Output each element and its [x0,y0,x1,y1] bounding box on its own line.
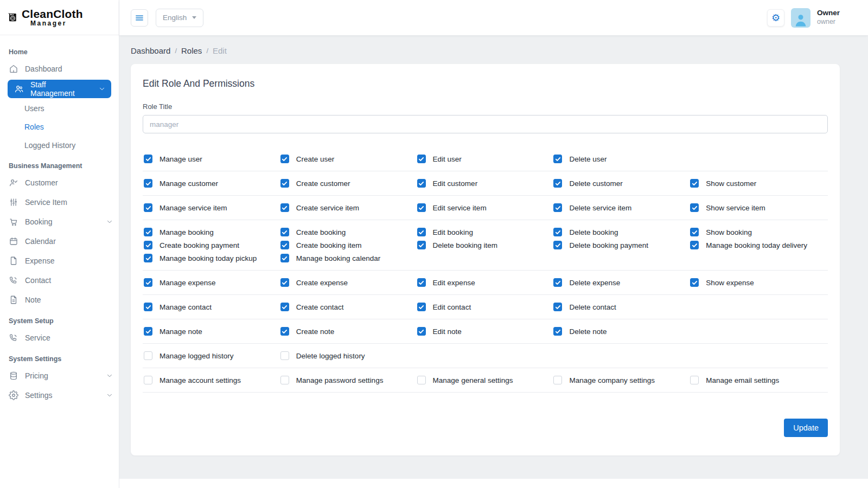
settings-button[interactable]: ⚙ [767,9,784,27]
checked-checkbox[interactable] [280,278,289,287]
permission-item-edit-service-item[interactable]: Edit service item [417,203,554,212]
checked-checkbox[interactable] [144,228,152,236]
sidebar-item-staff-management[interactable]: Staff Management [8,80,111,98]
sidebar-item-calendar[interactable]: Calendar [0,232,119,251]
permission-item-show-expense[interactable]: Show expense [690,278,827,287]
sidebar-item-service-item[interactable]: Service Item [0,192,119,212]
unchecked-checkbox[interactable] [280,351,289,360]
checked-checkbox[interactable] [553,228,562,236]
unchecked-checkbox[interactable] [553,376,562,384]
permission-item-create-service-item[interactable]: Create service item [280,203,417,212]
permission-item-show-booking[interactable]: Show booking [690,228,827,236]
permission-item-delete-note[interactable]: Delete note [553,327,690,336]
checked-checkbox[interactable] [690,278,699,287]
permission-item-create-expense[interactable]: Create expense [280,278,417,287]
sidebar-item-booking[interactable]: Booking [0,212,119,232]
permission-item-delete-booking-payment[interactable]: Delete booking payment [553,241,690,249]
checked-checkbox[interactable] [280,228,289,236]
permission-item-manage-note[interactable]: Manage note [144,327,280,336]
breadcrumb-dashboard[interactable]: Dashboard [131,46,170,55]
checked-checkbox[interactable] [690,203,699,212]
permission-item-manage-expense[interactable]: Manage expense [144,278,280,287]
checked-checkbox[interactable] [690,179,699,188]
checked-checkbox[interactable] [690,228,699,236]
checked-checkbox[interactable] [144,179,152,188]
sidebar-subitem-logged-history[interactable]: Logged History [0,136,119,155]
permission-item-edit-note[interactable]: Edit note [417,327,554,336]
menu-toggle-button[interactable] [131,9,148,27]
sidebar-subitem-roles[interactable]: Roles [0,118,119,136]
permission-item-create-booking-payment[interactable]: Create booking payment [144,241,280,249]
permission-item-manage-logged-history[interactable]: Manage logged history [144,351,280,360]
permission-item-manage-service-item[interactable]: Manage service item [144,203,280,212]
unchecked-checkbox[interactable] [280,376,289,384]
permission-item-manage-booking-today-pickup[interactable]: Manage booking today pickup [144,254,280,262]
permission-item-create-contact[interactable]: Create contact [280,303,417,311]
checked-checkbox[interactable] [280,327,289,336]
unchecked-checkbox[interactable] [417,376,426,384]
permission-item-show-service-item[interactable]: Show service item [690,203,827,212]
checked-checkbox[interactable] [280,254,289,262]
permission-item-create-booking-item[interactable]: Create booking item [280,241,417,249]
role-title-input[interactable] [143,115,828,133]
permission-item-manage-account-settings[interactable]: Manage account settings [144,376,280,384]
checked-checkbox[interactable] [417,241,426,249]
checked-checkbox[interactable] [417,303,426,311]
permission-item-delete-service-item[interactable]: Delete service item [553,203,690,212]
update-button[interactable]: Update [784,419,828,437]
permission-item-edit-booking[interactable]: Edit booking [417,228,554,236]
checked-checkbox[interactable] [144,241,152,249]
sidebar-subitem-users[interactable]: Users [0,99,119,118]
checked-checkbox[interactable] [553,155,562,163]
checked-checkbox[interactable] [280,203,289,212]
permission-item-create-booking[interactable]: Create booking [280,228,417,236]
sidebar-item-note[interactable]: Note [0,290,119,310]
checked-checkbox[interactable] [690,241,699,249]
sidebar-item-contact[interactable]: Contact [0,271,119,290]
permission-item-manage-booking[interactable]: Manage booking [144,228,280,236]
permission-item-manage-contact[interactable]: Manage contact [144,303,280,311]
checked-checkbox[interactable] [417,155,426,163]
permission-item-delete-booking-item[interactable]: Delete booking item [417,241,554,249]
checked-checkbox[interactable] [417,203,426,212]
permission-item-create-customer[interactable]: Create customer [280,179,417,188]
permission-item-edit-customer[interactable]: Edit customer [417,179,554,188]
sidebar-item-dashboard[interactable]: Dashboard [0,59,119,79]
checked-checkbox[interactable] [417,179,426,188]
permission-item-delete-user[interactable]: Delete user [553,155,690,163]
permission-item-manage-email-settings[interactable]: Manage email settings [690,376,827,384]
sidebar-item-service[interactable]: Service [0,328,119,348]
language-dropdown[interactable]: English [156,9,203,27]
breadcrumb-roles[interactable]: Roles [181,46,202,55]
permission-item-manage-general-settings[interactable]: Manage general settings [417,376,554,384]
checked-checkbox[interactable] [144,155,152,163]
permission-item-manage-booking-calendar[interactable]: Manage booking calendar [280,254,417,262]
permission-item-manage-user[interactable]: Manage user [144,155,280,163]
permission-item-manage-password-settings[interactable]: Manage password settings [280,376,417,384]
user-avatar[interactable] [791,8,810,28]
permission-item-edit-contact[interactable]: Edit contact [417,303,554,311]
permission-item-delete-logged-history[interactable]: Delete logged history [280,351,417,360]
checked-checkbox[interactable] [553,241,562,249]
checked-checkbox[interactable] [553,203,562,212]
permission-item-delete-contact[interactable]: Delete contact [553,303,690,311]
permission-item-delete-booking[interactable]: Delete booking [553,228,690,236]
permission-item-manage-company-settings[interactable]: Manage company settings [553,376,690,384]
checked-checkbox[interactable] [144,203,152,212]
checked-checkbox[interactable] [280,303,289,311]
permission-item-delete-expense[interactable]: Delete expense [553,278,690,287]
permission-item-manage-customer[interactable]: Manage customer [144,179,280,188]
unchecked-checkbox[interactable] [690,376,699,384]
sidebar-item-customer[interactable]: Customer [0,173,119,192]
checked-checkbox[interactable] [280,155,289,163]
sidebar-item-pricing[interactable]: Pricing [0,366,119,386]
checked-checkbox[interactable] [417,228,426,236]
checked-checkbox[interactable] [280,241,289,249]
unchecked-checkbox[interactable] [144,351,152,360]
checked-checkbox[interactable] [144,327,152,336]
permission-item-create-note[interactable]: Create note [280,327,417,336]
permission-item-edit-user[interactable]: Edit user [417,155,554,163]
sidebar-item-expense[interactable]: Expense [0,251,119,271]
permission-item-delete-customer[interactable]: Delete customer [553,179,690,188]
permission-item-manage-booking-today-delivery[interactable]: Manage booking today delivery [690,241,827,249]
